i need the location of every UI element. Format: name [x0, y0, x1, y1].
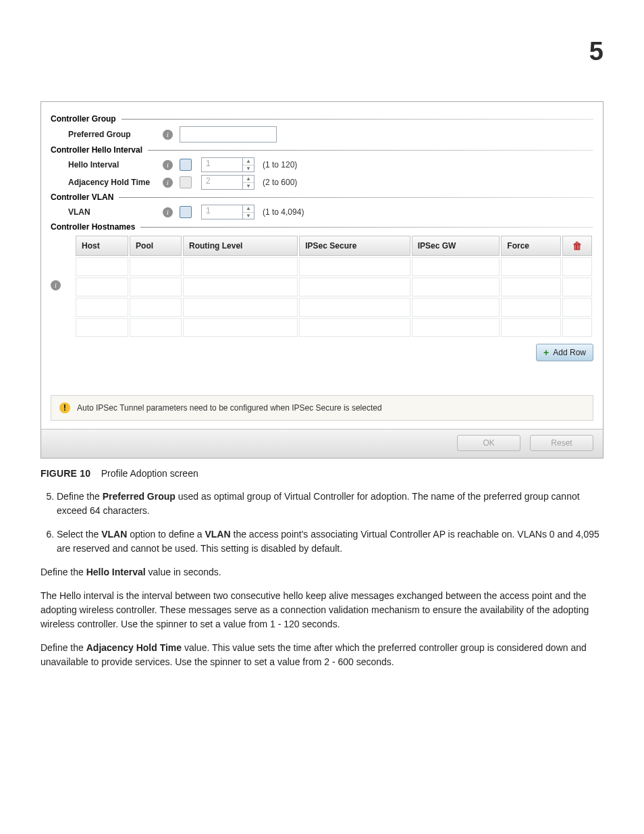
instruction-steps: Define the Preferred Group used as optim…	[41, 490, 603, 556]
paragraph-hello-description: The Hello interval is the interval betwe…	[41, 589, 603, 631]
table-cell[interactable]	[299, 278, 410, 296]
col-host[interactable]: Host	[76, 236, 128, 256]
info-icon[interactable]: i	[163, 160, 173, 170]
table-cell[interactable]	[130, 257, 182, 276]
profile-adoption-panel: Controller Group Preferred Group i Contr…	[41, 101, 603, 459]
panel-footer: OK Reset	[41, 429, 603, 458]
table-cell[interactable]	[76, 278, 128, 296]
reset-button[interactable]: Reset	[530, 435, 593, 451]
hello-interval-checkbox[interactable]	[180, 159, 192, 171]
table-cell[interactable]	[562, 298, 592, 317]
vlan-spinner[interactable]: 1 ▲▼	[201, 205, 254, 219]
table-cell[interactable]	[183, 257, 298, 276]
table-cell[interactable]	[501, 278, 561, 296]
info-icon[interactable]: i	[163, 130, 173, 140]
table-cell[interactable]	[412, 318, 500, 337]
vlan-checkbox[interactable]	[180, 206, 192, 218]
spinner-value[interactable]: 1	[201, 157, 242, 172]
col-ipsec-gw[interactable]: IPSec GW	[412, 236, 500, 256]
adjacency-hold-checkbox[interactable]	[180, 176, 192, 188]
spinner-up-icon[interactable]: ▲	[243, 176, 254, 183]
table-cell[interactable]	[501, 257, 561, 276]
table-row[interactable]	[76, 318, 592, 337]
range-hint: (1 to 4,094)	[263, 207, 304, 217]
spinner-value[interactable]: 1	[201, 205, 242, 219]
info-icon[interactable]: i	[163, 207, 173, 217]
adjacency-hold-label: Adjacency Hold Time	[68, 178, 163, 187]
table-cell[interactable]	[562, 278, 592, 296]
table-row[interactable]	[76, 278, 592, 296]
table-cell[interactable]	[412, 278, 500, 296]
range-hint: (1 to 120)	[263, 160, 297, 170]
col-ipsec-secure[interactable]: IPSec Secure	[299, 236, 410, 256]
section-controller-group-header: Controller Group	[51, 114, 593, 124]
table-cell[interactable]	[183, 318, 298, 337]
table-cell[interactable]	[299, 257, 410, 276]
section-title: Controller Hostnames	[51, 222, 135, 232]
hello-interval-spinner[interactable]: 1 ▲▼	[201, 157, 254, 172]
table-cell[interactable]	[130, 278, 182, 296]
hello-interval-row: Hello Interval i 1 ▲▼ (1 to 120)	[68, 157, 593, 172]
spinner-down-icon[interactable]: ▼	[243, 213, 254, 219]
text: Select the	[57, 529, 101, 540]
chapter-number: 5	[589, 37, 603, 66]
spinner-value[interactable]: 2	[201, 175, 242, 190]
table-cell[interactable]	[412, 298, 500, 317]
col-force[interactable]: Force	[501, 236, 561, 256]
table-cell[interactable]	[562, 318, 592, 337]
table-cell[interactable]	[76, 298, 128, 317]
figure-label: FIGURE 10	[41, 468, 90, 479]
preferred-group-label: Preferred Group	[68, 130, 163, 139]
text: option to define a	[127, 529, 205, 540]
table-cell[interactable]	[299, 298, 410, 317]
table-cell[interactable]	[130, 318, 182, 337]
col-routing-level[interactable]: Routing Level	[183, 236, 298, 256]
table-cell[interactable]	[562, 257, 592, 276]
preferred-group-row: Preferred Group i	[68, 126, 593, 142]
table-cell[interactable]	[130, 298, 182, 317]
bold-text: Hello Interval	[86, 567, 146, 577]
vlan-label: VLAN	[68, 207, 163, 217]
preferred-group-input[interactable]	[180, 126, 277, 142]
table-cell[interactable]	[183, 278, 298, 296]
table-cell[interactable]	[501, 318, 561, 337]
hostnames-table: Host Pool Routing Level IPSec Secure IPS…	[74, 234, 593, 338]
spinner-up-icon[interactable]: ▲	[243, 158, 254, 165]
hello-interval-label: Hello Interval	[68, 160, 163, 170]
figure-title: Profile Adoption screen	[101, 468, 198, 479]
table-cell[interactable]	[412, 257, 500, 276]
table-cell[interactable]	[299, 318, 410, 337]
ipsec-notice: ! Auto IPSec Tunnel parameters need to b…	[51, 395, 593, 421]
notice-text: Auto IPSec Tunnel parameters need to be …	[77, 403, 382, 413]
bold-text: VLAN	[101, 529, 127, 540]
section-controller-hostnames-header: Controller Hostnames	[51, 222, 593, 232]
adjacency-hold-spinner[interactable]: 2 ▲▼	[201, 175, 254, 190]
adjacency-hold-row: Adjacency Hold Time i 2 ▲▼ (2 to 600)	[68, 175, 593, 190]
spinner-down-icon[interactable]: ▼	[243, 183, 254, 190]
paragraph-hello-interval: Define the Hello Interval value in secon…	[41, 565, 603, 579]
ok-button[interactable]: OK	[457, 435, 520, 451]
plus-icon: +	[543, 347, 549, 358]
vlan-row: VLAN i 1 ▲▼ (1 to 4,094)	[68, 205, 593, 219]
trash-icon[interactable]: 🗑	[562, 236, 592, 256]
table-cell[interactable]	[501, 298, 561, 317]
spinner-up-icon[interactable]: ▲	[243, 205, 254, 213]
bold-text: VLAN	[205, 529, 230, 540]
table-cell[interactable]	[76, 318, 128, 337]
step-5: Define the Preferred Group used as optim…	[57, 490, 603, 518]
warning-icon: !	[59, 402, 70, 413]
text: value in seconds.	[146, 567, 221, 577]
table-row[interactable]	[76, 298, 592, 317]
add-row-button[interactable]: + Add Row	[536, 344, 593, 361]
table-cell[interactable]	[76, 257, 128, 276]
text: Define the	[41, 642, 86, 653]
col-pool[interactable]: Pool	[130, 236, 182, 256]
table-cell[interactable]	[183, 298, 298, 317]
section-title: Controller Hello Interval	[51, 145, 142, 155]
bold-text: Adjacency Hold Time	[86, 642, 182, 653]
spinner-down-icon[interactable]: ▼	[243, 165, 254, 172]
table-row[interactable]	[76, 257, 592, 276]
info-icon[interactable]: i	[163, 178, 173, 188]
section-controller-vlan-header: Controller VLAN	[51, 192, 593, 202]
info-icon[interactable]: i	[51, 280, 61, 290]
